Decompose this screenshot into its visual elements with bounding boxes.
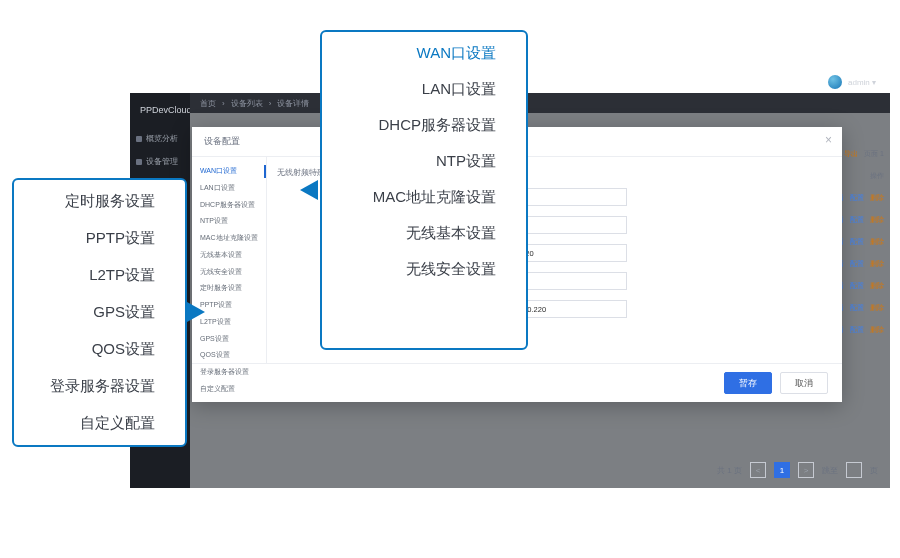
ghost-link[interactable]: 配置 <box>850 259 864 269</box>
ghost-link[interactable]: 配置 <box>850 237 864 247</box>
callout-item: 定时服务设置 <box>65 192 155 211</box>
brand-text: PPDevCloud <box>140 105 192 115</box>
arrow-right-icon <box>187 302 205 322</box>
ghost-link[interactable]: 删除 <box>870 237 884 247</box>
avatar-icon <box>828 75 842 89</box>
callout-top: WAN口设置LAN口设置DHCP服务器设置NTP设置MAC地址克隆设置无线基本设… <box>320 30 528 350</box>
user-menu[interactable]: admin ▾ <box>828 75 876 89</box>
callout-item: PPTP设置 <box>86 229 155 248</box>
modal-nav-item[interactable]: LAN口设置 <box>192 180 266 197</box>
pager-page-suffix: 页 <box>870 465 878 476</box>
ghost-column-header: 操作 <box>870 171 884 181</box>
callout-item: QOS设置 <box>92 340 155 359</box>
modal-nav: WAN口设置LAN口设置DHCP服务器设置NTP设置MAC地址克隆设置无线基本设… <box>192 157 267 363</box>
ghost-link[interactable]: 配置 <box>850 303 864 313</box>
pager-prev-button[interactable]: < <box>750 462 766 478</box>
callout-item: LAN口设置 <box>422 80 496 99</box>
modal-nav-item[interactable]: DHCP服务器设置 <box>192 197 266 214</box>
modal-nav-item[interactable]: QOS设置 <box>192 347 266 364</box>
callout-item: MAC地址克隆设置 <box>373 188 496 207</box>
sidebar-item-label: 概览分析 <box>146 133 178 144</box>
callout-item: L2TP设置 <box>89 266 155 285</box>
modal-nav-item[interactable]: MAC地址克隆设置 <box>192 230 266 247</box>
ghost-link[interactable]: 删除 <box>870 259 884 269</box>
callout-item: 无线基本设置 <box>406 224 496 243</box>
breadcrumb-item[interactable]: 首页 <box>200 98 216 109</box>
ghost-link[interactable]: 配置 <box>850 325 864 335</box>
pagination: 共 1 页 < 1 > 跳至 页 <box>717 462 878 478</box>
ghost-link[interactable]: 删除 <box>870 281 884 291</box>
chevron-right-icon: › <box>222 99 225 108</box>
modal-nav-item[interactable]: 无线基本设置 <box>192 247 266 264</box>
ghost-link[interactable]: 删除 <box>870 325 884 335</box>
modal-nav-item[interactable]: WAN口设置 <box>192 163 266 180</box>
breadcrumb-item: 设备详情 <box>277 98 309 109</box>
ghost-link[interactable]: 删除 <box>870 303 884 313</box>
device-icon <box>136 159 142 165</box>
ghost-text: 页面 1 <box>864 149 884 159</box>
modal-nav-item[interactable]: 自定义配置 <box>192 381 266 398</box>
breadcrumb-item[interactable]: 设备列表 <box>231 98 263 109</box>
callout-item: DHCP服务器设置 <box>378 116 496 135</box>
app-brand: PPDevCloud <box>130 97 190 127</box>
callout-item: WAN口设置 <box>417 44 496 63</box>
pager-jump-label: 跳至 <box>822 465 838 476</box>
callout-item: GPS设置 <box>93 303 155 322</box>
cancel-button[interactable]: 取消 <box>780 372 828 394</box>
callout-item: 登录服务器设置 <box>50 377 155 396</box>
chart-icon <box>136 136 142 142</box>
pager-page-button[interactable]: 1 <box>774 462 790 478</box>
ghost-link[interactable]: 删除 <box>870 215 884 225</box>
pager-total: 共 1 页 <box>717 465 742 476</box>
callout-item: 自定义配置 <box>80 414 155 433</box>
close-icon[interactable]: × <box>825 133 832 147</box>
save-button[interactable]: 暂存 <box>724 372 772 394</box>
modal-footer: 暂存 取消 <box>192 363 842 402</box>
pager-next-button[interactable]: > <box>798 462 814 478</box>
ghost-link[interactable]: 配置 <box>850 281 864 291</box>
ghost-link[interactable]: 删除 <box>870 193 884 203</box>
sidebar-item-overview[interactable]: 概览分析 <box>130 127 190 150</box>
arrow-left-icon <box>300 180 318 200</box>
modal-nav-item[interactable]: 登录服务器设置 <box>192 364 266 381</box>
callout-item: 无线安全设置 <box>406 260 496 279</box>
modal-nav-item[interactable]: 无线安全设置 <box>192 264 266 281</box>
callout-left: 定时服务设置PPTP设置L2TP设置GPS设置QOS设置登录服务器设置自定义配置 <box>12 178 187 447</box>
callout-item: NTP设置 <box>436 152 496 171</box>
ghost-link[interactable]: 配置 <box>850 215 864 225</box>
modal-nav-item[interactable]: 定时服务设置 <box>192 280 266 297</box>
chevron-right-icon: › <box>269 99 272 108</box>
ghost-link[interactable]: 导出 <box>844 149 858 159</box>
user-label: admin ▾ <box>848 78 876 87</box>
modal-nav-item[interactable]: GPS设置 <box>192 331 266 348</box>
ghost-link[interactable]: 配置 <box>850 193 864 203</box>
pager-jump-input[interactable] <box>846 462 862 478</box>
sidebar-item-label: 设备管理 <box>146 156 178 167</box>
modal-title: 设备配置 <box>204 136 240 146</box>
breadcrumb: 首页 › 设备列表 › 设备详情 <box>190 93 890 113</box>
modal-nav-item[interactable]: NTP设置 <box>192 213 266 230</box>
sidebar-item-devices[interactable]: 设备管理 <box>130 150 190 173</box>
